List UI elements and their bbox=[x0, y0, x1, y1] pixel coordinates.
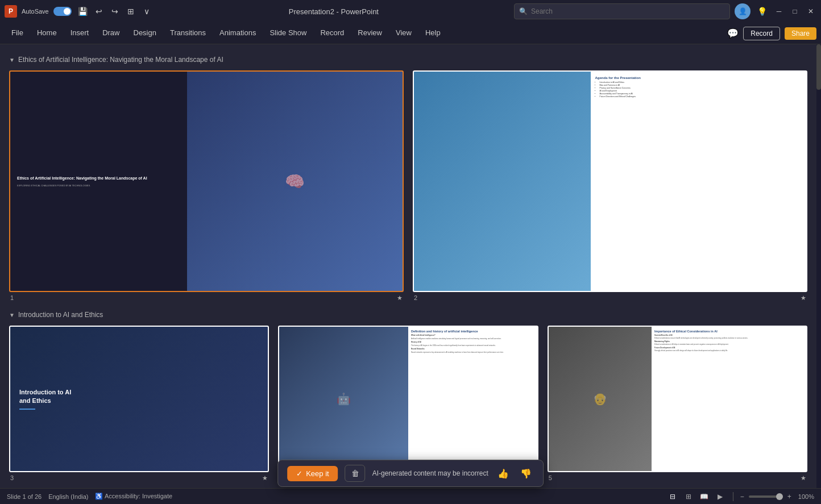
format-button[interactable]: ⊞ bbox=[124, 5, 138, 18]
slide4-s2: History of AI bbox=[411, 341, 534, 343]
zoom-slider[interactable] bbox=[749, 495, 783, 498]
slide4-graphic: 🤖 bbox=[279, 327, 408, 470]
redo-button[interactable]: ↪ bbox=[108, 5, 122, 18]
slide-container-4: 🤖 Definition and history of artificial i… bbox=[278, 326, 538, 481]
delete-button[interactable]: 🗑 bbox=[345, 465, 366, 482]
maximize-button[interactable]: □ bbox=[789, 6, 801, 17]
tab-transitions[interactable]: Transitions bbox=[163, 23, 213, 44]
slide-star-1: ★ bbox=[397, 294, 403, 302]
ribbon: File Home Insert Draw Design Transitions… bbox=[0, 23, 821, 44]
title-bar-actions: 👤 💡 ─ □ ✕ bbox=[735, 3, 816, 19]
agenda-item-5: Accountability and Transparency in AI bbox=[600, 93, 802, 95]
slide-thumb-2[interactable]: Agenda for the Presentation Introduction… bbox=[413, 70, 807, 292]
slide-number-2: 2 bbox=[414, 294, 417, 302]
tab-file[interactable]: File bbox=[5, 23, 30, 44]
save-button[interactable]: 💾 bbox=[76, 5, 90, 18]
tab-home[interactable]: Home bbox=[30, 23, 64, 44]
slide3-title: Introduction to AIand Ethics bbox=[19, 388, 71, 406]
status-right: ⊟ ⊞ 📖 ▶ − + 100% bbox=[667, 491, 814, 502]
window-title: Presentation2 - PowerPoint bbox=[158, 7, 509, 16]
tab-record[interactable]: Record bbox=[313, 23, 351, 44]
keep-it-button[interactable]: ✓ Keep it bbox=[287, 466, 338, 481]
slide1-subtitle: EXPLORING ETHICAL CHALLENGES POSED BY AI… bbox=[17, 184, 180, 187]
close-button[interactable]: ✕ bbox=[805, 6, 816, 17]
divider bbox=[733, 492, 733, 501]
slide-star-2: ★ bbox=[801, 294, 806, 302]
keep-it-label: Keep it bbox=[306, 469, 329, 478]
tab-design[interactable]: Design bbox=[127, 23, 163, 44]
slide4-title: Definition and history of artificial int… bbox=[411, 330, 534, 333]
slide-sorter-button[interactable]: ⊞ bbox=[683, 491, 694, 502]
normal-view-button[interactable]: ⊟ bbox=[667, 491, 678, 502]
minimize-button[interactable]: ─ bbox=[773, 6, 785, 17]
title-bar: P AutoSave 💾 ↩ ↪ ⊞ ∨ Presentation2 - Pow… bbox=[0, 0, 821, 23]
status-bar: Slide 1 of 26 English (India) ♿ Accessib… bbox=[0, 488, 821, 504]
slides-panel[interactable]: Ethics of Artificial Intelligence: Navig… bbox=[0, 44, 816, 488]
record-button[interactable]: Record bbox=[743, 27, 780, 40]
search-bar[interactable]: 🔍 bbox=[514, 3, 730, 19]
reading-view-button[interactable]: 📖 bbox=[699, 491, 710, 502]
zoom-out-icon[interactable]: − bbox=[740, 493, 744, 501]
tab-help[interactable]: Help bbox=[418, 23, 447, 44]
slide-info-2: 2 ★ bbox=[413, 294, 807, 302]
slide-container-2: Agenda for the Presentation Introduction… bbox=[413, 70, 807, 302]
brain-icon: 🧠 bbox=[285, 172, 305, 191]
slide5-t3: Strongly ethical practices now in AI des… bbox=[654, 349, 803, 352]
slide5-t1: Ethical considerations ensure that AI te… bbox=[654, 337, 803, 339]
quick-access-toolbar: 💾 ↩ ↪ ⊞ ∨ bbox=[76, 5, 154, 18]
accessibility-label: ♿ Accessibility: Investigate bbox=[95, 493, 172, 500]
tab-review[interactable]: Review bbox=[351, 23, 389, 44]
slide5-t2: Ethical considerations in AI helps to ma… bbox=[654, 343, 803, 345]
zoom-in-icon[interactable]: + bbox=[787, 493, 791, 501]
autosave-toggle[interactable] bbox=[53, 7, 72, 16]
tab-view[interactable]: View bbox=[389, 23, 418, 44]
slide2-title: Agenda for the Presentation bbox=[595, 76, 802, 80]
tab-insert[interactable]: Insert bbox=[64, 23, 96, 44]
thumbsdown-button[interactable]: 👎 bbox=[518, 466, 534, 481]
slide-thumb-5[interactable]: 👴 Importance of Ethical Considerations i… bbox=[548, 326, 807, 472]
tab-draw[interactable]: Draw bbox=[96, 23, 126, 44]
accessibility-icon: ♿ bbox=[95, 493, 103, 499]
share-button[interactable]: Share bbox=[785, 27, 816, 40]
undo-button[interactable]: ↩ bbox=[92, 5, 106, 18]
section-title-1: Ethics of Artificial Intelligence: Navig… bbox=[18, 56, 223, 64]
slide-number-5: 5 bbox=[549, 474, 552, 482]
slide-number-3: 3 bbox=[10, 474, 14, 482]
agenda-item-2: Bias and Fairness in AI bbox=[600, 84, 802, 86]
slide3-line bbox=[19, 409, 35, 410]
slides-grid-section2-row1: Introduction to AIand Ethics 3 ★ 🤖 bbox=[9, 326, 807, 481]
app-logo: P bbox=[5, 5, 17, 18]
ai-warning-text: AI-generated content may be incorrect bbox=[372, 469, 488, 477]
scrollbar-track[interactable] bbox=[816, 44, 821, 488]
tab-slideshow[interactable]: Slide Show bbox=[263, 23, 313, 44]
slide5-title: Importance of Ethical Considerations in … bbox=[654, 330, 803, 333]
slide4-t2: The history of AI begins in the 1950s an… bbox=[411, 344, 534, 347]
lightbulb-icon[interactable]: 💡 bbox=[755, 5, 769, 18]
slide-thumb-1[interactable]: Ethics of Artificial Intelligence: Navig… bbox=[9, 70, 404, 292]
scrollbar-thumb[interactable] bbox=[816, 44, 821, 90]
slide1-title: Ethics of Artificial Intelligence: Navig… bbox=[17, 176, 180, 181]
thumbsup-icon: 👍 bbox=[497, 469, 509, 478]
customize-button[interactable]: ∨ bbox=[140, 5, 154, 18]
chat-icon[interactable]: 💬 bbox=[727, 28, 739, 39]
agenda-item-6: Future Directions and Ethical Challenges bbox=[600, 95, 802, 98]
agenda-item-4: AI and Employment bbox=[600, 90, 802, 92]
slide4-t3: Neural networks represent a key advancem… bbox=[411, 351, 534, 353]
slide4-s3: Neural Networks bbox=[411, 348, 534, 350]
thumbsup-button[interactable]: 👍 bbox=[495, 466, 511, 481]
slide5-s2: Maintaining Rights bbox=[654, 340, 803, 343]
slide4-s1: What is Artificial Intelligence? bbox=[411, 334, 534, 336]
slide-thumb-4[interactable]: 🤖 Definition and history of artificial i… bbox=[278, 326, 538, 472]
slide-container-1: Ethics of Artificial Intelligence: Navig… bbox=[9, 70, 404, 302]
slide5-s1: Societal Benefits of AI bbox=[654, 334, 803, 336]
slide-thumb-3[interactable]: Introduction to AIand Ethics bbox=[9, 326, 269, 472]
user-avatar[interactable]: 👤 bbox=[735, 3, 750, 19]
slide-container-5: 👴 Importance of Ethical Considerations i… bbox=[548, 326, 807, 481]
agenda-item-3: Privacy and Surveillance Concerns bbox=[600, 87, 802, 89]
tab-animations[interactable]: Animations bbox=[213, 23, 263, 44]
language-indicator: English (India) bbox=[48, 493, 88, 500]
slide5-s3: Future Development of AI bbox=[654, 347, 803, 349]
search-input[interactable] bbox=[531, 7, 725, 15]
keep-it-bar: ✓ Keep it 🗑 AI-generated content may be … bbox=[277, 460, 544, 487]
slideshow-view-button[interactable]: ▶ bbox=[715, 491, 726, 502]
